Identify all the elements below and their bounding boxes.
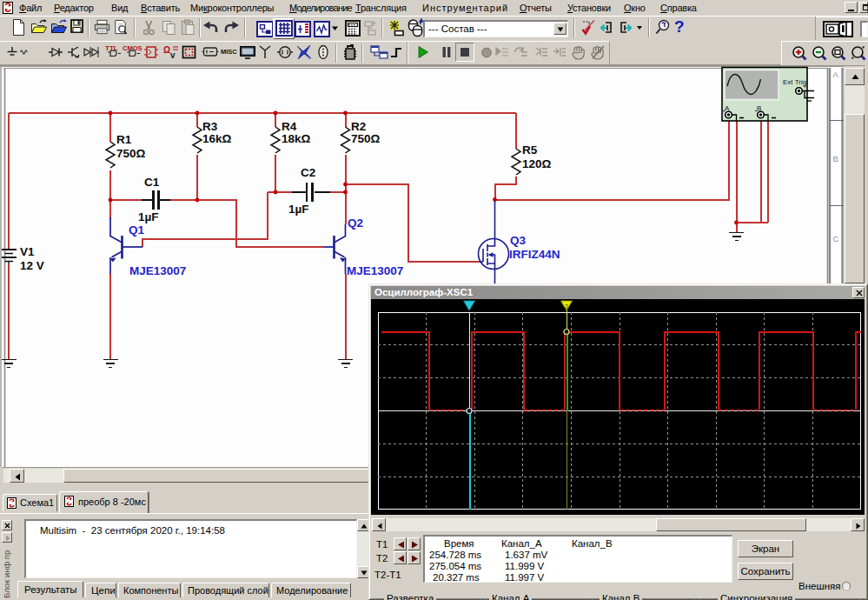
svg-text:C: C <box>833 234 839 243</box>
svg-text:Ω: Ω <box>163 45 170 55</box>
svg-text:Q2: Q2 <box>348 217 363 230</box>
svg-text:12 V: 12 V <box>20 259 44 272</box>
svg-text:R5: R5 <box>522 143 538 157</box>
svg-text:1µF: 1µF <box>288 203 309 216</box>
svg-text:R4: R4 <box>282 120 297 133</box>
svg-text:18kΩ: 18kΩ <box>282 132 311 145</box>
svg-text:IRFIZ44N: IRFIZ44N <box>509 248 560 261</box>
svg-text:1µF: 1µF <box>138 210 159 223</box>
svg-text:MJE13007: MJE13007 <box>129 264 186 277</box>
svg-text:Q1: Q1 <box>129 223 145 237</box>
svg-text:v: v <box>170 50 176 60</box>
svg-text:+: + <box>723 108 726 113</box>
svg-text:R1: R1 <box>116 133 132 146</box>
svg-text:16kΩ: 16kΩ <box>202 132 232 145</box>
svg-text:R2: R2 <box>351 120 366 133</box>
svg-text:B: B <box>833 154 838 163</box>
svg-text:120Ω: 120Ω <box>522 157 552 170</box>
svg-text:A: A <box>833 70 839 79</box>
svg-text:+: + <box>755 108 759 113</box>
svg-text:750Ω: 750Ω <box>116 147 146 160</box>
svg-text:C1: C1 <box>144 176 160 189</box>
svg-text:R3: R3 <box>202 120 218 133</box>
svg-text:V1: V1 <box>20 245 35 258</box>
svg-text:750Ω: 750Ω <box>351 132 381 145</box>
svg-text:Q3: Q3 <box>510 234 527 247</box>
svg-text:C2: C2 <box>301 166 315 179</box>
svg-text:+: + <box>804 83 807 89</box>
svg-text:2: 2 <box>565 303 568 310</box>
svg-text:MJE13007: MJE13007 <box>347 264 403 277</box>
